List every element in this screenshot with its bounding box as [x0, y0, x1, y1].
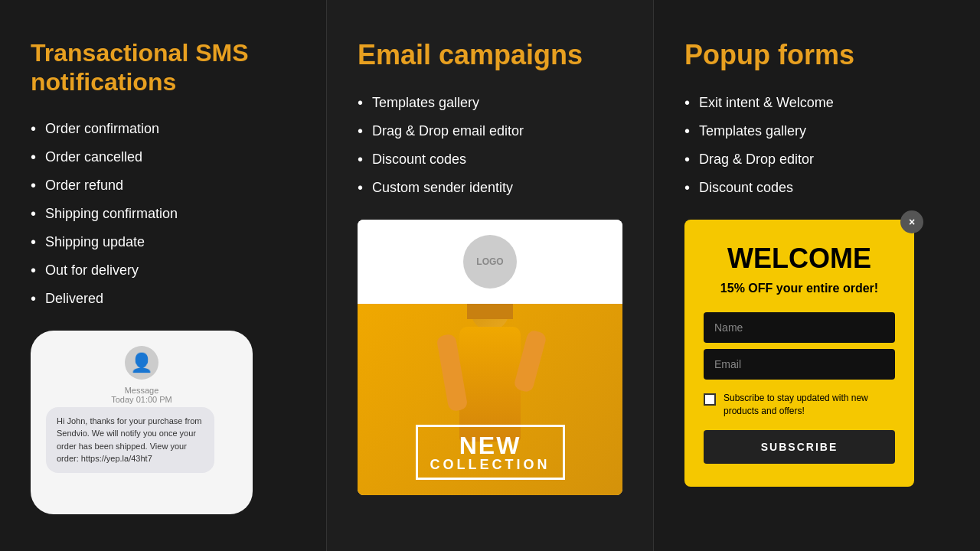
phone-avatar: 👤: [125, 346, 158, 380]
left-bullet-item: Order refund: [31, 177, 296, 194]
center-bullet-item: Drag & Drop email editor: [358, 122, 622, 140]
right-bullet-list: Exit intent & WelcomeTemplates galleryDr…: [684, 94, 949, 197]
popup-form: × WELCOME 15% OFF your entire order! Sub…: [684, 220, 914, 486]
popup-close-button[interactable]: ×: [900, 210, 923, 233]
right-bullet-item: Exit intent & Welcome: [684, 94, 949, 112]
center-bullet-item: Templates gallery: [358, 94, 622, 112]
right-bullet-item: Templates gallery: [684, 122, 949, 140]
right-bullet-item: Drag & Drop editor: [684, 151, 949, 168]
left-bullet-list: Order confirmationOrder cancelledOrder r…: [31, 120, 296, 308]
center-bullet-list: Templates galleryDrag & Drop email edito…: [358, 94, 622, 197]
left-bullet-item: Shipping confirmation: [31, 205, 296, 223]
popup-email-input[interactable]: [704, 349, 895, 380]
right-panel-title: Popup forms: [684, 38, 949, 71]
left-panel: Transactional SMS notifications Order co…: [0, 0, 327, 551]
popup-checkbox-label: Subscribe to stay updated with new produ…: [724, 392, 895, 418]
phone-mockup: 👤 Message Today 01:00 PM Hi John, thanks…: [31, 331, 253, 514]
center-panel-title: Email campaigns: [358, 38, 622, 71]
left-bullet-item: Order confirmation: [31, 120, 296, 138]
email-image: NEW COLLECTION: [358, 304, 622, 495]
avatar-icon: 👤: [130, 352, 153, 373]
new-collection-badge: NEW COLLECTION: [416, 425, 565, 480]
left-bullet-item: Shipping update: [31, 233, 296, 251]
popup-subscribe-button[interactable]: SUBSCRIBE: [704, 430, 895, 464]
center-bullet-item: Discount codes: [358, 151, 622, 168]
right-panel: Popup forms Exit intent & WelcomeTemplat…: [654, 0, 980, 551]
popup-form-container: × WELCOME 15% OFF your entire order! Sub…: [684, 220, 949, 486]
left-bullet-item: Order cancelled: [31, 148, 296, 166]
right-bullet-item: Discount codes: [684, 179, 949, 197]
left-panel-title: Transactional SMS notifications: [31, 38, 296, 97]
phone-message-label: Message Today 01:00 PM: [111, 386, 172, 404]
popup-name-input[interactable]: [704, 312, 895, 343]
center-panel: Email campaigns Templates galleryDrag & …: [327, 0, 654, 551]
logo-circle: LOGO: [463, 235, 517, 289]
center-bullet-item: Custom sender identity: [358, 179, 622, 197]
popup-subtitle: 15% OFF your entire order!: [704, 281, 895, 297]
phone-bubble: Hi John, thanks for your purchase from S…: [46, 407, 214, 473]
email-header: LOGO: [358, 220, 622, 304]
popup-welcome-text: WELCOME: [704, 243, 895, 275]
popup-checkbox-row: Subscribe to stay updated with new produ…: [704, 392, 895, 418]
popup-subscribe-checkbox[interactable]: [704, 393, 716, 406]
left-bullet-item: Delivered: [31, 290, 296, 308]
email-preview: LOGO NEW COLLECTION: [358, 220, 622, 495]
left-bullet-item: Out for delivery: [31, 262, 296, 279]
